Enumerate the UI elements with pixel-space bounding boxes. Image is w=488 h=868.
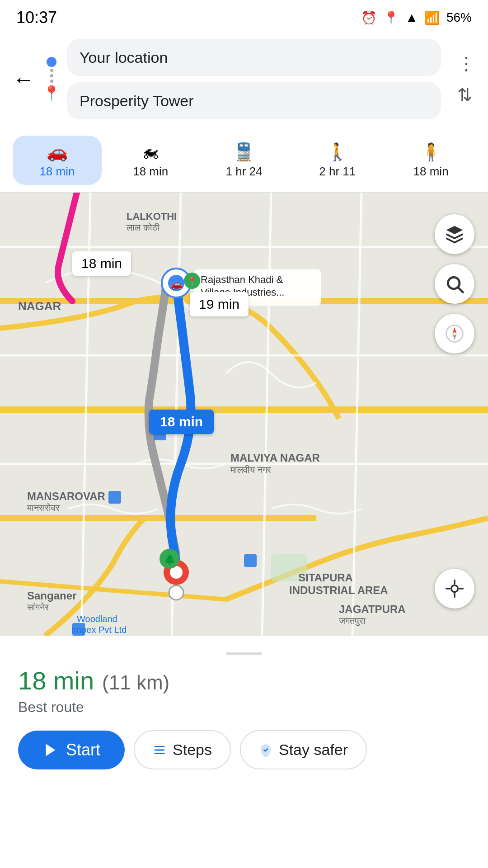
header: ← 📍 Your location Prosperity Tower ⋮ ⇅ bbox=[0, 32, 488, 128]
status-icons: ⏰ 📍 ▲ 📶 56% bbox=[361, 10, 472, 25]
motorcycle-icon: 🏍 bbox=[142, 142, 159, 162]
swap-directions-button[interactable]: ⇅ bbox=[457, 85, 475, 105]
stay-safer-button[interactable]: Stay safer bbox=[240, 730, 367, 769]
svg-text:लाल कोठी: लाल कोठी bbox=[126, 222, 160, 232]
origin-search-row[interactable]: Your location bbox=[67, 39, 441, 76]
start-button[interactable]: Start bbox=[18, 731, 125, 769]
svg-text:📍: 📍 bbox=[187, 276, 197, 286]
wifi-icon: ▲ bbox=[405, 10, 418, 25]
svg-text:SITAPURA: SITAPURA bbox=[298, 571, 353, 584]
svg-marker-49 bbox=[452, 327, 456, 334]
svg-text:NAGAR: NAGAR bbox=[18, 299, 61, 313]
svg-text:MALVIYA NAGAR: MALVIYA NAGAR bbox=[230, 452, 320, 464]
route-time: 18 min bbox=[18, 666, 94, 695]
origin-text: Your location bbox=[80, 49, 428, 66]
svg-text:Rajasthan Khadi &: Rajasthan Khadi & bbox=[201, 274, 283, 285]
map-locate-button[interactable] bbox=[435, 569, 474, 609]
transport-motorcycle[interactable]: 🏍 18 min bbox=[106, 136, 195, 185]
svg-text:Impex Pvt Ltd: Impex Pvt Ltd bbox=[71, 625, 127, 635]
transport-transit[interactable]: 🚆 1 hr 24 bbox=[200, 136, 289, 185]
svg-rect-15 bbox=[244, 554, 257, 567]
svg-text:जगतपुरा: जगतपुरा bbox=[338, 616, 366, 626]
map-search-button[interactable] bbox=[435, 264, 474, 304]
svg-text:🚗: 🚗 bbox=[170, 278, 183, 290]
drag-handle bbox=[226, 652, 262, 655]
svg-text:INDUSTRIAL AREA: INDUSTRIAL AREA bbox=[289, 584, 388, 596]
action-buttons: Start Steps Stay safer bbox=[18, 730, 470, 769]
transport-car[interactable]: 🚗 18 min bbox=[13, 136, 102, 185]
svg-point-51 bbox=[451, 585, 458, 592]
svg-point-23 bbox=[169, 585, 183, 600]
svg-text:Sanganer: Sanganer bbox=[27, 590, 76, 602]
svg-text:LALKOTHI: LALKOTHI bbox=[127, 211, 177, 222]
connector-dot bbox=[50, 69, 53, 72]
walk-time: 2 hr 11 bbox=[319, 165, 356, 179]
route-distance: (11 km) bbox=[102, 671, 169, 694]
status-time: 10:37 bbox=[16, 8, 57, 27]
svg-text:JAGATPURA: JAGATPURA bbox=[339, 603, 406, 615]
svg-text:Woodland: Woodland bbox=[77, 614, 117, 624]
alarm-icon: ⏰ bbox=[361, 10, 377, 25]
transit-time: 1 hr 24 bbox=[226, 165, 263, 179]
svg-text:MANSAROVAR: MANSAROVAR bbox=[27, 490, 105, 502]
bottom-panel: 18 min (11 km) Best route Start Steps St… bbox=[0, 636, 488, 783]
destination-text: Prosperity Tower bbox=[80, 92, 428, 110]
ride-icon: 🧍 bbox=[420, 142, 441, 162]
svg-marker-50 bbox=[452, 334, 456, 340]
svg-text:🌲: 🌲 bbox=[164, 553, 176, 565]
map-container[interactable]: 🚗 🌲 NAGAR MANSAROVAR मानसरोवर MALVIYA NA… bbox=[0, 193, 488, 636]
steps-button[interactable]: Steps bbox=[134, 730, 231, 769]
origin-dot bbox=[47, 57, 56, 67]
destination-pin-icon: 📍 bbox=[42, 85, 61, 102]
svg-text:मालवीय नगर: मालवीय नगर bbox=[230, 465, 271, 475]
connector-dot bbox=[50, 80, 53, 83]
ride-time: 18 min bbox=[413, 165, 449, 179]
search-rows: Your location Prosperity Tower bbox=[67, 39, 441, 119]
motorcycle-time: 18 min bbox=[133, 165, 168, 179]
route-info: 18 min (11 km) bbox=[18, 666, 470, 695]
transport-walk[interactable]: 🚶 2 hr 11 bbox=[293, 136, 382, 185]
battery-text: 56% bbox=[446, 10, 472, 25]
walk-icon: 🚶 bbox=[327, 142, 348, 162]
transport-bar: 🚗 18 min 🏍 18 min 🚆 1 hr 24 🚶 2 hr 11 🧍 … bbox=[0, 128, 488, 193]
location-icon: 📍 bbox=[383, 10, 399, 25]
route-label-18min-blue: 18 min bbox=[149, 410, 214, 434]
route-label: Best route bbox=[18, 699, 470, 716]
signal-icon: 📶 bbox=[424, 10, 440, 25]
svg-text:मानसरोवर: मानसरोवर bbox=[27, 503, 60, 513]
stay-safer-label: Stay safer bbox=[279, 741, 348, 759]
steps-label: Steps bbox=[173, 741, 212, 759]
back-button[interactable]: ← bbox=[13, 67, 34, 92]
car-time: 18 min bbox=[39, 165, 75, 179]
destination-search-row[interactable]: Prosperity Tower bbox=[67, 82, 441, 119]
car-icon: 🚗 bbox=[47, 142, 68, 162]
route-label-19min: 19 min bbox=[190, 292, 249, 316]
map-compass-button[interactable] bbox=[435, 314, 474, 354]
start-label: Start bbox=[66, 741, 100, 760]
transport-ride[interactable]: 🧍 18 min bbox=[386, 136, 475, 185]
svg-rect-13 bbox=[108, 491, 121, 504]
svg-text:सांगनेर: सांगनेर bbox=[27, 602, 49, 612]
connector-dot bbox=[50, 74, 53, 77]
map-layers-button[interactable] bbox=[435, 214, 474, 254]
svg-marker-56 bbox=[46, 744, 56, 756]
more-options-button[interactable]: ⋮ bbox=[457, 53, 475, 74]
status-bar: 10:37 ⏰ 📍 ▲ 📶 56% bbox=[0, 0, 488, 32]
svg-line-47 bbox=[458, 288, 463, 292]
route-label-18min-top: 18 min bbox=[72, 251, 131, 276]
transit-icon: 🚆 bbox=[233, 142, 254, 162]
